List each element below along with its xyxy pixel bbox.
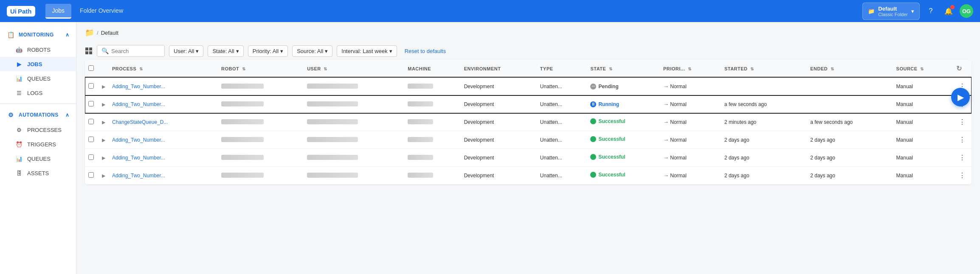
interval-filter[interactable]: Interval: Last week ▾ (337, 45, 397, 57)
row-checkbox-cell[interactable] (85, 95, 99, 113)
row-checkbox[interactable] (88, 137, 94, 142)
table-row[interactable]: ▶ Adding_Two_Number... Development Unatt… (85, 167, 972, 185)
sidebar-item-queues-monitoring-label: QUEUES (27, 75, 51, 82)
row-checkbox[interactable] (88, 154, 94, 160)
th-machine[interactable]: MACHINE (404, 60, 460, 77)
notification-button[interactable]: 🔔 (942, 4, 955, 18)
row-checkbox[interactable] (88, 101, 94, 106)
search-input[interactable] (111, 48, 158, 54)
expand-icon[interactable]: ▶ (102, 102, 105, 107)
more-actions-button[interactable]: ⋮ (956, 117, 968, 127)
row-checkbox-cell[interactable] (85, 77, 99, 95)
row-source: Manual (893, 149, 953, 167)
table-row[interactable]: ▶ Adding_Two_Number... Development Unatt… (85, 95, 972, 113)
row-checkbox-cell[interactable] (85, 167, 99, 185)
row-expand-cell[interactable]: ▶ (99, 131, 109, 149)
more-actions-button[interactable]: ⋮ (956, 153, 968, 162)
row-robot (218, 149, 304, 167)
tab-jobs[interactable]: Jobs (45, 4, 72, 19)
monitoring-chevron: ∧ (65, 32, 70, 38)
expand-icon[interactable]: ▶ (102, 84, 105, 89)
th-process[interactable]: PROCESS ⇅ (109, 60, 218, 77)
th-user[interactable]: USER ⇅ (304, 60, 404, 77)
row-checkbox-cell[interactable] (85, 149, 99, 167)
row-expand-cell[interactable]: ▶ (99, 95, 109, 113)
priority-arrow: → (663, 83, 669, 89)
sidebar-item-triggers[interactable]: ⏰ TRIGGERS (0, 137, 76, 151)
row-expand-cell[interactable]: ▶ (99, 167, 109, 185)
tab-folder-overview[interactable]: Folder Overview (73, 4, 130, 19)
row-checkbox[interactable] (88, 172, 94, 178)
state-filter[interactable]: State: All ▾ (208, 45, 243, 57)
row-environment: Development (461, 95, 537, 113)
help-button[interactable]: ? (924, 4, 938, 18)
th-environment[interactable]: ENVIRONMENT (461, 60, 537, 77)
user-filter[interactable]: User: All ▾ (169, 45, 203, 57)
sidebar-section-monitoring[interactable]: 📋 MONITORING ∧ (0, 27, 76, 42)
th-type[interactable]: TYPE (537, 60, 587, 77)
expand-icon[interactable]: ▶ (102, 137, 105, 143)
avatar[interactable]: OG (960, 4, 973, 18)
row-checkbox-cell[interactable] (85, 131, 99, 149)
search-box[interactable]: 🔍 (97, 45, 165, 57)
sidebar-item-processes[interactable]: ⚙ PROCESSES (0, 123, 76, 137)
select-all-checkbox[interactable] (88, 65, 94, 71)
row-expand-cell[interactable]: ▶ (99, 77, 109, 95)
toolbar: 🔍 User: All ▾ State: All ▾ Priority: All… (76, 42, 980, 60)
expand-icon[interactable]: ▶ (102, 120, 105, 125)
th-robot[interactable]: ROBOT ⇅ (218, 60, 304, 77)
th-state[interactable]: STATE ⇅ (587, 60, 659, 77)
th-source[interactable]: SOURCE ⇅ (893, 60, 953, 77)
th-priority[interactable]: PRIORI... ⇅ (660, 60, 721, 77)
row-checkbox[interactable] (88, 119, 94, 124)
row-more-actions[interactable]: ⋮ (953, 113, 972, 131)
reset-defaults-button[interactable]: Reset to defaults (401, 46, 450, 56)
row-more-actions[interactable]: ⋮ (953, 131, 972, 149)
sidebar-item-robots[interactable]: 🤖 ROBOTS (0, 42, 76, 57)
row-source: Manual (893, 167, 953, 185)
jobs-tbody: ▶ Adding_Two_Number... Development Unatt… (85, 77, 972, 185)
more-actions-button[interactable]: ⋮ (956, 135, 968, 145)
row-expand-cell[interactable]: ▶ (99, 149, 109, 167)
run-icon: ▶ (957, 92, 964, 102)
source-filter[interactable]: Source: All ▾ (292, 45, 332, 57)
user-sort-icon: ⇅ (324, 67, 327, 71)
grid-view-button[interactable] (85, 47, 93, 55)
table-row[interactable]: ▶ Adding_Two_Number... Development Unatt… (85, 77, 972, 95)
th-ended[interactable]: ENDED ⇅ (807, 60, 893, 77)
priority-filter[interactable]: Priority: All ▾ (248, 45, 288, 57)
row-more-actions[interactable]: ⋮ (953, 167, 972, 185)
th-select-all[interactable] (85, 60, 99, 77)
jobs-icon: ▶ (15, 60, 23, 68)
row-environment: Development (461, 167, 537, 185)
table-row[interactable]: ▶ Adding_Two_Number... Development Unatt… (85, 149, 972, 167)
sidebar-item-logs[interactable]: ☰ LOGS (0, 86, 76, 100)
sidebar-item-jobs[interactable]: ▶ JOBS (0, 57, 76, 71)
row-checkbox[interactable] (88, 83, 94, 89)
expand-icon[interactable]: ▶ (102, 155, 105, 160)
blurred-value (408, 173, 433, 178)
row-priority: → Normal (660, 149, 721, 167)
row-process: Adding_Two_Number... (109, 95, 218, 113)
row-expand-cell[interactable]: ▶ (99, 113, 109, 131)
expand-icon[interactable]: ▶ (102, 173, 105, 178)
sidebar-item-assets[interactable]: 🗄 ASSETS (0, 166, 76, 180)
run-jobs-button[interactable]: ▶ (951, 88, 970, 106)
more-actions-button[interactable]: ⋮ (956, 171, 968, 180)
sidebar-section-automations[interactable]: ⚙ AUTOMATIONS ∧ (0, 107, 76, 123)
interval-filter-chevron: ▾ (389, 48, 392, 54)
table-row[interactable]: ▶ ChangeStateQueue_D... Development Unat… (85, 113, 972, 131)
table-row[interactable]: ▶ Adding_Two_Number... Development Unatt… (85, 131, 972, 149)
sidebar-item-queues-automations[interactable]: 📊 QUEUES (0, 151, 76, 166)
folder-selector-icon: 📁 (868, 8, 875, 14)
row-more-actions[interactable]: ⋮ (953, 149, 972, 167)
row-source: Manual (893, 95, 953, 113)
blurred-value (408, 155, 433, 160)
sidebar-item-queues-automations-label: QUEUES (27, 156, 51, 162)
sidebar-item-queues-monitoring[interactable]: 📊 QUEUES (0, 71, 76, 86)
th-started[interactable]: STARTED ⇅ (721, 60, 807, 77)
folder-selector[interactable]: 📁 Default Classic Folder ▾ (862, 3, 920, 20)
row-checkbox-cell[interactable] (85, 113, 99, 131)
row-robot (218, 113, 304, 131)
refresh-icon[interactable]: ↻ (956, 65, 962, 72)
